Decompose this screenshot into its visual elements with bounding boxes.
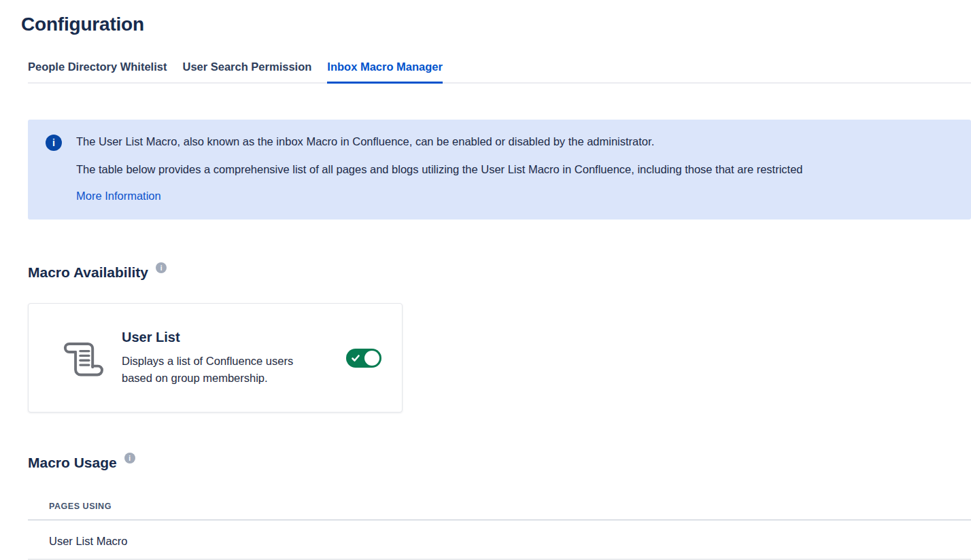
macro-card-title: User List bbox=[122, 330, 326, 345]
info-banner: i The User List Macro, also known as the… bbox=[28, 120, 971, 220]
banner-line-1: The User List Macro, also known as the i… bbox=[76, 134, 803, 149]
scroll-icon bbox=[58, 335, 108, 385]
tab-bar: People Directory Whitelist User Search P… bbox=[28, 60, 971, 84]
pages-using-column-header: PAGES USING bbox=[28, 489, 971, 521]
macro-usage-title: Macro Usage bbox=[28, 455, 117, 471]
table-row: User List Macro bbox=[28, 521, 971, 560]
check-icon bbox=[351, 353, 360, 363]
more-information-link[interactable]: More Information bbox=[76, 190, 161, 203]
page-title: Configuration bbox=[21, 14, 971, 35]
tab-inbox-macro-manager[interactable]: Inbox Macro Manager bbox=[327, 60, 443, 84]
info-hint-icon[interactable]: i bbox=[156, 262, 167, 273]
tab-user-search-permission[interactable]: User Search Permission bbox=[182, 60, 311, 84]
info-banner-text: The User List Macro, also known as the i… bbox=[76, 134, 803, 203]
macro-card-description: Displays a list of Confluence users base… bbox=[122, 353, 320, 387]
banner-line-2: The table below provides a comprehensive… bbox=[76, 162, 803, 177]
info-icon: i bbox=[46, 135, 62, 151]
macro-card-body: User List Displays a list of Confluence … bbox=[122, 330, 326, 387]
macro-usage-section-header: Macro Usage i bbox=[28, 455, 971, 471]
macro-availability-title: Macro Availability bbox=[28, 264, 148, 281]
toggle-knob bbox=[364, 351, 379, 366]
macro-usage-table: PAGES USING User List Macro bbox=[28, 489, 971, 560]
info-hint-icon[interactable]: i bbox=[124, 453, 135, 463]
user-list-macro-card: User List Displays a list of Confluence … bbox=[28, 303, 403, 413]
user-list-toggle[interactable] bbox=[346, 349, 381, 368]
tab-people-directory-whitelist[interactable]: People Directory Whitelist bbox=[28, 60, 167, 84]
macro-availability-section-header: Macro Availability i bbox=[28, 264, 971, 281]
